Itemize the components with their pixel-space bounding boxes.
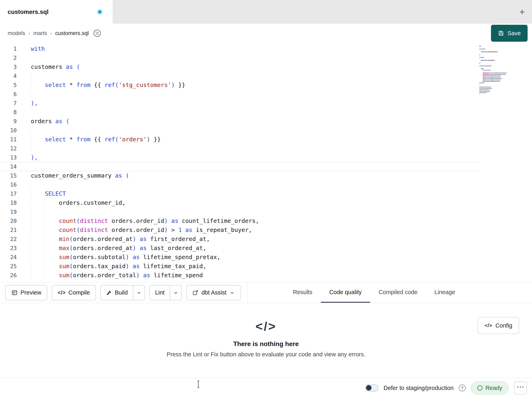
code-line-21[interactable]: 21 count(distinct orders.order_id) > 1 a… — [0, 225, 481, 235]
tab-customers-sql[interactable]: customers.sql — [0, 0, 113, 24]
minimap-segment — [479, 46, 481, 46]
minimap-line — [479, 71, 512, 72]
code-editor[interactable]: 1with23customers as (4 5 select * from {… — [0, 43, 532, 282]
code-token — [73, 136, 76, 143]
line-number: 24 — [0, 253, 20, 262]
code-token — [31, 272, 45, 279]
code-line-3[interactable]: 3customers as ( — [0, 62, 481, 72]
code-line-content: ), — [20, 153, 38, 162]
code-token: last_ordered_at, — [147, 245, 206, 251]
code-line-23[interactable]: 23 max(orders.ordered_at) as last_ordere… — [0, 244, 481, 253]
code-token — [182, 227, 185, 233]
minimap-segment — [479, 71, 481, 72]
format-toggle-button[interactable] — [93, 29, 101, 38]
code-line-26[interactable]: 26 sum(orders.order_total) as lifetime_s… — [0, 271, 481, 280]
code-line-8[interactable]: 8 — [0, 108, 481, 117]
line-number: 15 — [0, 171, 20, 180]
line-number: 13 — [0, 153, 20, 162]
code-line-10[interactable]: 10 — [0, 126, 481, 135]
minimap[interactable] — [479, 46, 512, 96]
breadcrumb-separator: › — [50, 30, 52, 36]
panel-tab-lineage[interactable]: Lineage — [426, 282, 464, 303]
code-line-11[interactable]: 11 select * from {{ ref('orders') }} — [0, 135, 481, 144]
defer-label: Defer to staging/production — [384, 385, 454, 391]
code-line-22[interactable]: 22 min(orders.ordered_at) as first_order… — [0, 235, 481, 244]
code-token: ( — [115, 82, 119, 88]
breadcrumb-models[interactable]: models — [8, 30, 25, 36]
line-number: 16 — [0, 180, 20, 189]
code-line-2[interactable]: 2 — [0, 53, 481, 62]
minimap-segment — [479, 57, 482, 58]
breadcrumb-marts[interactable]: marts — [33, 30, 47, 36]
minimap-segment — [490, 52, 496, 52]
code-token: ( — [70, 272, 73, 279]
breadcrumb-separator: › — [28, 30, 30, 36]
panel-tab-code-quality[interactable]: Code quality — [321, 282, 370, 303]
text-cursor — [196, 380, 201, 388]
code-line-14[interactable]: 14 — [0, 162, 481, 171]
code-token: distinct — [80, 227, 108, 233]
build-button[interactable]: Build — [101, 286, 133, 300]
code-line-25[interactable]: 25 sum(orders.tax_paid) as lifetime_tax_… — [0, 262, 481, 271]
code-token: max — [59, 245, 70, 251]
preview-button[interactable]: Preview — [5, 285, 47, 300]
code-line-19[interactable]: 19 — [0, 207, 481, 216]
code-line-9[interactable]: 9orders as ( — [0, 117, 481, 126]
minimap-segment — [479, 84, 480, 85]
code-line-5[interactable]: 5 select * from {{ ref('stg_customers') … — [0, 80, 481, 90]
compile-button[interactable]: </> Compile — [52, 285, 96, 300]
ready-status-badge[interactable]: Ready — [471, 381, 509, 395]
new-tab-button[interactable]: + — [518, 7, 526, 17]
minimap-segment — [479, 63, 480, 63]
minimap-line — [479, 92, 512, 93]
code-line-13[interactable]: 13), — [0, 153, 481, 162]
code-token: as — [139, 235, 147, 242]
build-dropdown-button[interactable] — [133, 286, 145, 300]
minimap-segment — [483, 70, 491, 71]
panel-tab-compiled-code[interactable]: Compiled code — [370, 282, 426, 303]
line-number: 1 — [0, 44, 20, 53]
code-line-6[interactable]: 6 — [0, 90, 481, 99]
minimap-segment — [479, 60, 481, 61]
defer-toggle[interactable] — [365, 384, 378, 391]
code-token: ( — [70, 235, 73, 242]
code-line-1[interactable]: 1with — [0, 44, 481, 53]
percent-circle-icon — [93, 29, 101, 38]
minimap-segment — [481, 73, 482, 73]
code-line-content: with — [20, 44, 45, 53]
code-line-4[interactable]: 4 — [0, 72, 481, 80]
lint-dropdown-button[interactable] — [170, 286, 181, 300]
minimap-segment — [481, 78, 482, 79]
dbt-assist-label: dbt Assist — [202, 289, 227, 296]
code-line-18[interactable]: 18 orders.customer_id, — [0, 198, 481, 207]
code-token — [31, 254, 45, 261]
code-line-20[interactable]: 20 count(distinct orders.order_id) as co… — [0, 216, 481, 225]
code-token: count_lifetime_orders, — [178, 217, 259, 224]
minimap-segment — [479, 91, 490, 91]
code-line-content: customer_orders_summary as ( — [20, 171, 129, 180]
panel-tab-results[interactable]: Results — [285, 282, 321, 303]
code-token — [45, 272, 59, 279]
code-token — [31, 127, 45, 134]
more-options-button[interactable]: ⋯ — [514, 381, 527, 394]
code-token: ( — [66, 118, 70, 125]
minimap-segment — [483, 74, 485, 75]
code-icon: </> — [58, 290, 66, 295]
code-line-content: SELECT — [20, 189, 66, 198]
save-button[interactable]: Save — [491, 25, 528, 42]
minimap-line — [479, 64, 512, 65]
code-token: lifetime_spend_pretax, — [139, 254, 221, 261]
dbt-assist-button[interactable]: dbt Assist — [186, 285, 241, 300]
code-line-24[interactable]: 24 sum(orders.subtotal) as lifetime_spen… — [0, 253, 481, 262]
preview-label: Preview — [20, 289, 41, 296]
code-line-15[interactable]: 15customer_orders_summary as ( — [0, 171, 481, 180]
minimap-line — [479, 52, 512, 54]
code-line-12[interactable]: 12 — [0, 144, 481, 153]
code-token: ( — [76, 217, 80, 224]
lint-button[interactable]: Lint — [150, 286, 170, 300]
code-line-16[interactable]: 16 — [0, 180, 481, 189]
line-number: 8 — [0, 108, 20, 117]
code-line-17[interactable]: 17 SELECT — [0, 189, 481, 198]
code-line-7[interactable]: 7), — [0, 99, 481, 108]
help-icon[interactable]: ? — [459, 385, 466, 391]
